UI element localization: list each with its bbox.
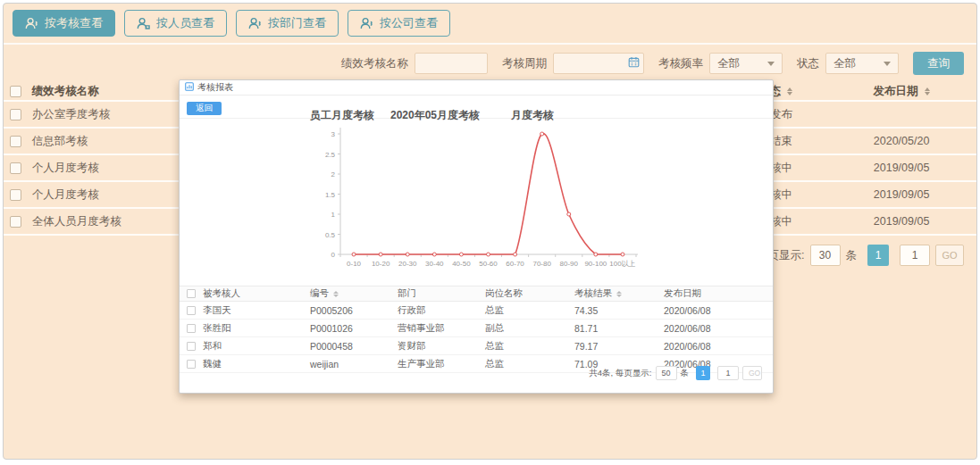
- col-publish-date: 发布日期: [664, 287, 701, 300]
- score: 74.35: [574, 305, 598, 316]
- department: 营销事业部: [398, 322, 445, 335]
- sort-icon[interactable]: [787, 87, 792, 95]
- row-checkbox[interactable]: [187, 306, 196, 315]
- row-checkbox[interactable]: [187, 342, 196, 351]
- filter-bar: 绩效考核名称 考核周期 考核频率 全部 状态 全部 查询: [4, 45, 976, 82]
- tab-by-assessment[interactable]: 按考核查看: [13, 10, 115, 37]
- svg-text:2.5: 2.5: [325, 151, 336, 159]
- pagination-unit: 条: [681, 368, 690, 379]
- svg-text:40-50: 40-50: [452, 260, 471, 268]
- assessment-name: 办公室季度考核: [32, 107, 111, 122]
- pagination-unit: 条: [846, 248, 858, 263]
- tab-label: 按考核查看: [45, 15, 103, 31]
- modal-title-bar: 考核报表: [180, 80, 773, 95]
- assessee-name: 郑和: [203, 340, 222, 353]
- assessment-name-label: 绩效考核名称: [341, 56, 408, 71]
- report-row[interactable]: 张胜阳 P0001026 营销事业部 副总 81.71 2020/06/08: [180, 320, 773, 337]
- tab-by-department[interactable]: 按部门查看: [236, 10, 339, 37]
- assessee-name: 张胜阳: [203, 322, 231, 335]
- tab-label: 按人员查看: [156, 15, 214, 31]
- col-employee-id: 编号: [310, 287, 329, 300]
- svg-text:80-90: 80-90: [560, 260, 579, 268]
- person-check-icon: [137, 17, 151, 29]
- chart-header: 员工月度考核 2020年05月度考核 月度考核: [180, 108, 773, 120]
- frequency-select[interactable]: 全部: [709, 53, 783, 74]
- col-publish-date: 发布日期: [874, 84, 918, 99]
- department: 生产事业部: [398, 358, 445, 370]
- status-label: 状态: [797, 56, 819, 71]
- row-checkbox[interactable]: [10, 109, 21, 120]
- publish-date: 2019/09/05: [874, 188, 930, 201]
- pagination-summary: 共4条, 每页显示:: [589, 368, 651, 379]
- modal-title: 考核报表: [197, 81, 233, 94]
- people-icon: [360, 17, 374, 29]
- frequency-value: 全部: [717, 56, 740, 71]
- people-icon: [25, 17, 39, 29]
- row-checkbox[interactable]: [10, 136, 21, 147]
- col-department: 部门: [398, 287, 416, 300]
- report-row[interactable]: 李国天 P0005206 行政部 总监 74.35 2020/06/08: [180, 302, 773, 320]
- publish-date: 2020/06/08: [664, 305, 711, 316]
- go-button[interactable]: GO: [935, 245, 964, 266]
- sort-icon[interactable]: [616, 291, 622, 297]
- score: 81.71: [574, 323, 598, 334]
- report-header-row: 被考核人 编号 部门 岗位名称 考核结果 发布日期: [180, 286, 773, 302]
- publish-date: 2020/06/08: [664, 323, 711, 334]
- people-icon: [248, 17, 263, 29]
- assessment-name: 个人月度考核: [32, 161, 99, 176]
- query-button[interactable]: 查询: [913, 52, 964, 75]
- col-result: 考核结果: [574, 287, 612, 300]
- publish-date: 2019/09/05: [874, 162, 930, 174]
- page-jump-input[interactable]: [900, 245, 930, 266]
- score-distribution-chart: 00.511.522.530-1010-2020-3030-4040-5050-…: [180, 121, 773, 278]
- report-pagination: 共4条, 每页显示: 条 1 GO: [589, 366, 762, 380]
- svg-text:70-80: 70-80: [532, 260, 551, 268]
- position: 总监: [485, 358, 504, 370]
- department: 行政部: [398, 304, 426, 317]
- chevron-down-icon: [884, 62, 891, 66]
- status-select[interactable]: 全部: [825, 53, 899, 74]
- page-size-input[interactable]: [656, 366, 677, 380]
- report-row[interactable]: 郑和 P0000458 资财部 总监 79.17 2020/06/08: [180, 337, 773, 355]
- select-all-checkbox[interactable]: [187, 289, 196, 298]
- page-jump-input[interactable]: [717, 366, 739, 380]
- assessment-name: 个人月度考核: [32, 187, 99, 203]
- row-checkbox[interactable]: [10, 189, 21, 201]
- tab-label: 按部门查看: [268, 15, 326, 31]
- go-button[interactable]: GO: [742, 366, 762, 380]
- row-checkbox[interactable]: [10, 162, 21, 174]
- tab-by-company[interactable]: 按公司查看: [348, 10, 450, 37]
- select-all-checkbox[interactable]: [10, 86, 21, 97]
- department: 资财部: [398, 340, 426, 353]
- position: 总监: [485, 304, 504, 317]
- row-checkbox[interactable]: [187, 324, 196, 333]
- svg-text:0.5: 0.5: [325, 231, 336, 239]
- svg-text:0-10: 0-10: [347, 260, 362, 268]
- current-page-button[interactable]: 1: [867, 245, 889, 266]
- row-checkbox[interactable]: [10, 216, 21, 228]
- assessment-name-input[interactable]: [415, 53, 488, 74]
- current-page-button[interactable]: 1: [696, 366, 710, 380]
- tab-by-person[interactable]: 按人员查看: [124, 10, 227, 37]
- assessee-name: 李国天: [203, 304, 231, 317]
- row-checkbox[interactable]: [187, 360, 196, 369]
- sort-icon[interactable]: [925, 87, 930, 95]
- svg-text:2: 2: [331, 170, 336, 179]
- calendar-icon[interactable]: [628, 56, 640, 71]
- app-window: 按考核查看 按人员查看 按部门查看 按公司查看 绩效考核名称 考核周期 考核频率…: [0, 0, 980, 465]
- page-size-input[interactable]: [810, 245, 841, 266]
- assessment-period-label: 考核周期: [502, 56, 547, 71]
- view-tabbar: 按考核查看 按人员查看 按部门查看 按公司查看: [4, 4, 976, 45]
- svg-text:50-60: 50-60: [479, 260, 498, 268]
- col-assessment-name: 绩效考核名称: [32, 84, 99, 99]
- svg-text:60-70: 60-70: [506, 260, 524, 268]
- report-table: 被考核人 编号 部门 岗位名称 考核结果 发布日期 李国天 P0005206 行…: [180, 286, 773, 373]
- sort-icon[interactable]: [333, 291, 339, 297]
- position: 总监: [485, 340, 504, 353]
- assessment-name: 信息部考核: [32, 134, 88, 149]
- score: 79.17: [574, 341, 598, 352]
- assessee-name: 魏健: [203, 358, 222, 370]
- col-assessee: 被考核人: [203, 287, 240, 300]
- publish-date: 2019/09/05: [874, 215, 930, 228]
- svg-text:100以上: 100以上: [609, 260, 635, 268]
